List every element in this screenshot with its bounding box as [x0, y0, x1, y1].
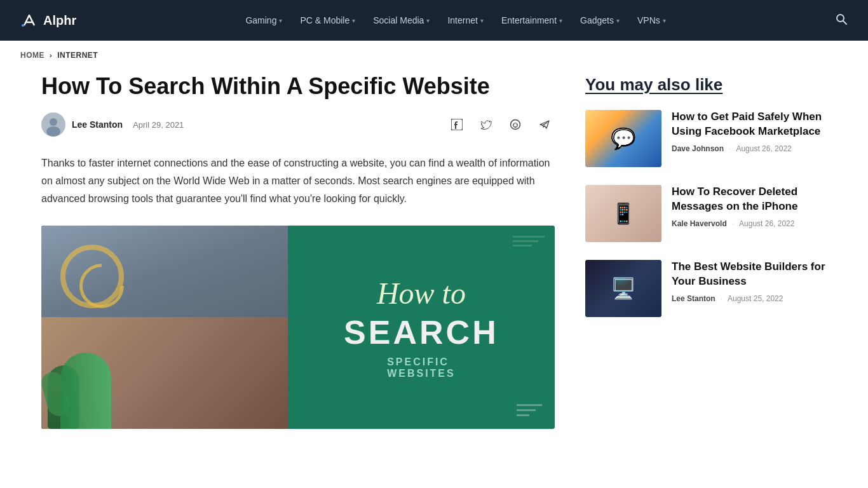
sidebar-card-author-2: Kale Havervold: [672, 219, 727, 228]
chevron-down-icon: ▾: [426, 17, 430, 24]
social-share-icons: [447, 114, 555, 135]
sidebar-card-1[interactable]: 💬 How to Get Paid Safely When Using Face…: [585, 110, 827, 167]
alphr-logo-icon: [20, 11, 38, 29]
search-icon[interactable]: [835, 13, 848, 29]
sidebar-card-image-2: 📱: [585, 185, 661, 242]
nav-item-gadgets[interactable]: Gadgets ▾: [580, 15, 620, 25]
image-search-text: SEARCH: [344, 313, 499, 351]
chevron-down-icon: ▾: [279, 17, 282, 24]
sidebar-title: You may also like: [585, 75, 827, 95]
chevron-down-icon: ▾: [352, 17, 355, 24]
sidebar: You may also like 💬 How to Get Paid Safe…: [585, 65, 827, 429]
image-left-panel: [41, 226, 288, 429]
telegram-share-icon[interactable]: [534, 114, 555, 135]
image-how-text: How to: [377, 276, 466, 311]
breadcrumb: HOME › INTERNET: [0, 41, 868, 65]
sidebar-card-image-3: 🖥️: [585, 260, 661, 317]
chevron-down-icon: ▾: [559, 17, 562, 24]
sidebar-card-image-1: 💬: [585, 110, 661, 167]
nav-item-gaming[interactable]: Gaming ▾: [245, 15, 282, 25]
article-feature-image: How to SEARCH SPECIFICWEBSITES: [41, 226, 555, 429]
avatar: [41, 112, 65, 137]
svg-point-9: [513, 125, 515, 126]
article-meta: Lee Stanton April 29, 2021: [41, 112, 555, 137]
sidebar-card-content-2: How To Recover Deleted Messages on the i…: [672, 185, 827, 228]
sidebar-card-content-1: How to Get Paid Safely When Using Facebo…: [672, 110, 827, 153]
breadcrumb-home[interactable]: HOME: [20, 51, 44, 60]
sidebar-card-meta-2: Kale Havervold · August 26, 2022: [672, 219, 827, 228]
facebook-share-icon[interactable]: [447, 114, 467, 135]
sidebar-card-author-3: Lee Stanton: [672, 294, 715, 303]
sidebar-card-title-3: The Best Website Builders for Your Busin…: [672, 260, 827, 289]
sidebar-card-date-2: August 26, 2022: [739, 219, 794, 228]
author-info: Lee Stanton April 29, 2021: [41, 112, 184, 137]
sidebar-card-title-1: How to Get Paid Safely When Using Facebo…: [672, 110, 827, 139]
svg-point-5: [46, 126, 60, 137]
page-layout: How To Search Within A Specific Website …: [21, 65, 847, 454]
logo-link[interactable]: Alphr: [20, 11, 76, 29]
nav-item-internet[interactable]: Internet ▾: [447, 15, 483, 25]
svg-point-0: [22, 24, 24, 27]
sidebar-card-2[interactable]: 📱 How To Recover Deleted Messages on the…: [585, 185, 827, 242]
nav-item-pc-mobile[interactable]: PC & Mobile ▾: [300, 15, 355, 25]
svg-point-7: [511, 120, 520, 130]
image-right-panel: How to SEARCH SPECIFICWEBSITES: [288, 226, 555, 429]
article-title: How To Search Within A Specific Website: [41, 72, 555, 100]
image-sub-text: SPECIFICWEBSITES: [387, 356, 456, 379]
sidebar-card-meta-3: Lee Stanton · August 25, 2022: [672, 294, 827, 303]
article-body: Thanks to faster internet connections an…: [41, 154, 555, 208]
svg-point-10: [517, 125, 518, 126]
twitter-share-icon[interactable]: [476, 114, 496, 135]
logo-text: Alphr: [43, 13, 76, 28]
author-name: Lee Stanton: [72, 119, 123, 130]
sidebar-card-meta-1: Dave Johnson · August 26, 2022: [672, 144, 827, 153]
sidebar-card-date-1: August 26, 2022: [736, 144, 791, 153]
sidebar-card-author-1: Dave Johnson: [672, 144, 724, 153]
nav-item-entertainment[interactable]: Entertainment ▾: [501, 15, 562, 25]
chevron-down-icon: ▾: [480, 17, 484, 24]
nav-links: Gaming ▾ PC & Mobile ▾ Social Media ▾ In…: [245, 15, 665, 25]
article-date: April 29, 2021: [133, 120, 184, 130]
reddit-share-icon[interactable]: [505, 114, 526, 135]
sidebar-card-date-3: August 25, 2022: [728, 294, 783, 303]
sidebar-card-content-3: The Best Website Builders for Your Busin…: [672, 260, 827, 303]
svg-line-2: [843, 21, 846, 24]
breadcrumb-separator: ›: [50, 51, 52, 59]
nav-item-social-media[interactable]: Social Media ▾: [373, 15, 430, 25]
chevron-down-icon: ▾: [616, 17, 620, 24]
sidebar-card-title-2: How To Recover Deleted Messages on the i…: [672, 185, 827, 214]
image-photo: [41, 226, 288, 429]
breadcrumb-current: INTERNET: [57, 51, 98, 60]
chevron-down-icon: ▾: [663, 17, 666, 24]
nav-item-vpns[interactable]: VPNs ▾: [637, 15, 666, 25]
sidebar-card-3[interactable]: 🖥️ The Best Website Builders for Your Bu…: [585, 260, 827, 317]
svg-point-4: [50, 118, 57, 126]
navbar: Alphr Gaming ▾ PC & Mobile ▾ Social Medi…: [0, 0, 868, 41]
main-content: How To Search Within A Specific Website …: [41, 65, 555, 429]
